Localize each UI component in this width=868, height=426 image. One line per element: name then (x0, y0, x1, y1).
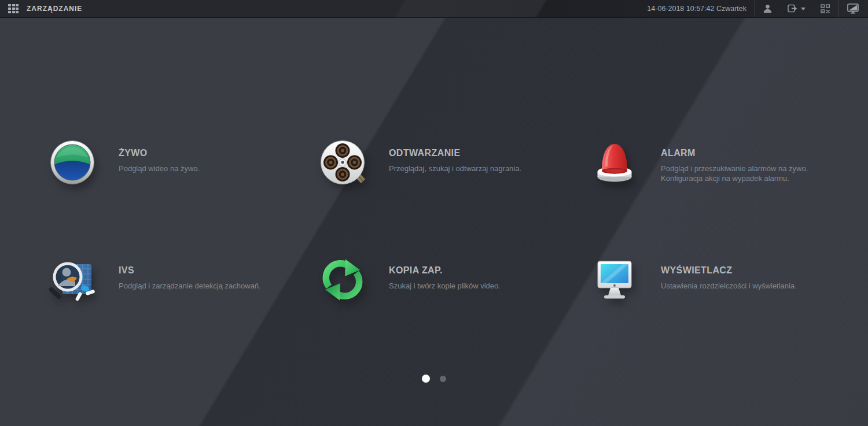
datetime-display: 14-06-2018 10:57:42 Czwartek (647, 5, 755, 13)
page-dot[interactable] (422, 375, 430, 383)
qr-code-button[interactable] (813, 0, 838, 17)
tile-description: Przeglądaj, szukaj i odtwarzaj nagrania. (389, 164, 586, 173)
tile-title: WYŚWIETLACZ (661, 265, 858, 276)
tile-title: IVS (119, 265, 315, 276)
main-content: ŻYWO Podgląd wideo na żywo. (0, 18, 868, 426)
tile-ivs[interactable]: IVS Podgląd i zarządzanie detekcją zacho… (49, 256, 319, 373)
grid-menu-icon (8, 4, 19, 14)
tile-description: Podgląd i przeszukiwanie alarmów na żywo… (661, 164, 858, 183)
display-output-button[interactable] (838, 0, 868, 17)
logout-button[interactable] (780, 0, 813, 17)
page-dot[interactable] (440, 376, 446, 382)
siren-icon (591, 139, 638, 187)
user-button[interactable] (755, 0, 780, 17)
tile-description: Szukaj i twórz kopie plików video. (389, 281, 586, 291)
monitor-icon (591, 256, 638, 305)
qr-code-icon (821, 4, 830, 13)
tile-description: Ustawienia rozdzielczości i wyświetlania… (661, 281, 858, 291)
tile-playback[interactable]: ODTWARZANIE Przeglądaj, szukaj i odtwarz… (319, 139, 591, 256)
tile-description-line2: Konfiguracja akcji na wypadek alarmu. (661, 173, 858, 183)
tile-description-line1: Podgląd i przeszukiwanie alarmów na żywo… (661, 164, 858, 173)
tile-grid: ŻYWO Podgląd wideo na żywo. (49, 139, 858, 373)
tile-alarm[interactable]: ALARM Podgląd i przeszukiwanie alarmów n… (591, 139, 858, 256)
user-icon (763, 4, 773, 13)
pagination (0, 375, 868, 383)
tile-title: ALARM (661, 147, 858, 159)
tile-display[interactable]: WYŚWIETLACZ Ustawienia rozdzielczości i … (591, 256, 858, 373)
chevron-down-icon (801, 8, 806, 10)
page-title: ZARZĄDZANIE (27, 5, 82, 13)
tile-description: Podgląd i zarządzanie detekcją zachowań. (119, 281, 315, 291)
behavior-search-icon (49, 256, 95, 305)
tile-backup[interactable]: KOPIA ZAP. Szukaj i twórz kopie plików v… (319, 256, 591, 373)
logout-icon (788, 4, 797, 13)
display-icon (847, 3, 859, 14)
tile-description: Podgląd wideo na żywo. (119, 164, 315, 173)
film-reel-icon (319, 139, 366, 187)
tile-title: ODTWARZANIE (389, 147, 586, 159)
live-lens-icon (49, 139, 95, 187)
tile-title: KOPIA ZAP. (389, 265, 586, 276)
tile-live[interactable]: ŻYWO Podgląd wideo na żywo. (49, 139, 319, 256)
tile-title: ŻYWO (119, 147, 315, 159)
topbar: ZARZĄDZANIE 14-06-2018 10:57:42 Czwartek (0, 0, 868, 18)
backup-sync-icon (319, 256, 366, 305)
main-menu-button[interactable] (0, 0, 27, 18)
